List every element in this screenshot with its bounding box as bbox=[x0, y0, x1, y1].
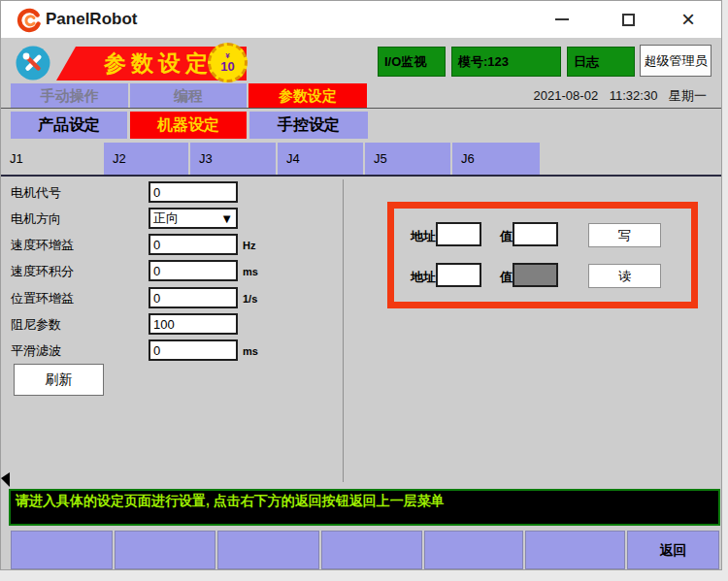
position-loop-gain-label: 位置环增益 bbox=[11, 290, 137, 307]
smoothing-filter-input[interactable] bbox=[149, 339, 238, 361]
date-text: 2021-08-02 bbox=[534, 88, 599, 103]
minimize-button[interactable] bbox=[545, 1, 579, 38]
tab-joint-j5[interactable]: J5 bbox=[365, 143, 450, 175]
tab-manual-operation[interactable]: 手动操作 bbox=[11, 83, 128, 108]
bottom-bar-button-6[interactable] bbox=[525, 531, 625, 569]
register-panel: 地址 值 写 地址 值 读 bbox=[387, 202, 698, 308]
smoothing-filter-unit: ms bbox=[243, 345, 281, 357]
position-loop-gain-unit: 1/s bbox=[243, 293, 281, 305]
tab-parameter-settings[interactable]: 参数设定 bbox=[248, 83, 367, 108]
close-button[interactable]: × bbox=[671, 1, 706, 38]
speed-loop-integral-unit: ms bbox=[243, 266, 281, 277]
coin-value: 10 bbox=[220, 60, 234, 73]
write-address-input[interactable] bbox=[436, 222, 481, 246]
maximize-icon bbox=[622, 14, 635, 26]
tab-joint-j6[interactable]: J6 bbox=[452, 143, 540, 175]
time-text: 11:32:30 bbox=[610, 88, 658, 103]
bottom-bar-button-3[interactable] bbox=[217, 531, 319, 569]
datetime-display: 2021-08-02 11:32:30 星期一 bbox=[520, 83, 707, 108]
speed-loop-gain-label: 速度环增益 bbox=[11, 237, 137, 254]
window-title: PanelRobot bbox=[46, 1, 137, 38]
status-message-bar: 请进入具体的设定页面进行设置, 点击右下方的返回按钮返回上一层菜单 bbox=[9, 489, 720, 526]
tab-joint-j1[interactable]: J1 bbox=[1, 143, 103, 175]
tab-product-settings[interactable]: 产品设定 bbox=[11, 112, 127, 139]
read-value-display bbox=[513, 263, 558, 287]
motor-code-label: 电机代号 bbox=[11, 184, 137, 202]
tab-manual-control-settings[interactable]: 手控设定 bbox=[249, 112, 368, 139]
tab-machine-settings[interactable]: 机器设定 bbox=[130, 112, 247, 139]
motor-direction-select[interactable]: 正向 ▼ bbox=[149, 208, 238, 229]
tab-joint-j3[interactable]: J3 bbox=[190, 143, 276, 175]
coin-badge-icon: ¥ 10 bbox=[208, 43, 248, 82]
io-monitor-button[interactable]: I/O监视 bbox=[378, 47, 446, 77]
write-value-input[interactable] bbox=[513, 222, 558, 246]
motor-direction-label: 电机方向 bbox=[11, 210, 137, 228]
maximize-button[interactable] bbox=[611, 1, 645, 38]
damping-parameter-label: 阻尼参数 bbox=[11, 316, 137, 334]
damping-parameter-input[interactable] bbox=[149, 313, 238, 335]
model-number-button[interactable]: 模号:123 bbox=[451, 47, 561, 77]
cursor-arrow-icon bbox=[1, 472, 10, 487]
speed-loop-gain-input[interactable] bbox=[149, 234, 238, 255]
read-address-input[interactable] bbox=[436, 263, 481, 287]
return-button[interactable]: 返回 bbox=[627, 531, 719, 569]
joint-tab-divider bbox=[1, 175, 721, 177]
write-button[interactable]: 写 bbox=[588, 223, 661, 247]
tab-programming[interactable]: 编程 bbox=[130, 83, 247, 108]
header-divider bbox=[1, 108, 721, 109]
app-logo-icon bbox=[17, 8, 42, 33]
speed-loop-integral-label: 速度环积分 bbox=[11, 263, 137, 280]
content-divider bbox=[343, 179, 344, 482]
smoothing-filter-label: 平滑滤波 bbox=[11, 342, 137, 360]
bottom-bar-button-5[interactable] bbox=[424, 531, 523, 569]
tab-joint-j2[interactable]: J2 bbox=[104, 143, 188, 175]
read-button[interactable]: 读 bbox=[588, 264, 661, 288]
bottom-bar-button-2[interactable] bbox=[115, 531, 215, 569]
chevron-down-icon: ▼ bbox=[220, 211, 233, 226]
position-loop-gain-input[interactable] bbox=[149, 287, 238, 308]
bottom-bar-button-1[interactable] bbox=[11, 531, 113, 569]
tab-joint-j4[interactable]: J4 bbox=[278, 143, 363, 175]
bottom-bar-button-4[interactable] bbox=[321, 531, 422, 569]
admin-level-button[interactable]: 超级管理员 bbox=[640, 45, 711, 77]
close-icon: × bbox=[681, 8, 695, 31]
speed-loop-integral-input[interactable] bbox=[149, 260, 238, 281]
motor-code-input[interactable] bbox=[149, 181, 238, 203]
minimize-icon bbox=[555, 18, 569, 20]
refresh-button[interactable]: 刷新 bbox=[14, 364, 104, 396]
motor-direction-value: 正向 bbox=[153, 210, 179, 227]
tools-icon[interactable] bbox=[16, 46, 50, 81]
weekday-text: 星期一 bbox=[669, 88, 707, 103]
speed-loop-gain-unit: Hz bbox=[243, 240, 281, 251]
log-button[interactable]: 日志 bbox=[567, 47, 635, 77]
app-window: PanelRobot × 参数设定 ¥ 10 I/O监视 模号:123 日志 超… bbox=[0, 0, 722, 570]
title-bar: PanelRobot × bbox=[1, 1, 721, 38]
